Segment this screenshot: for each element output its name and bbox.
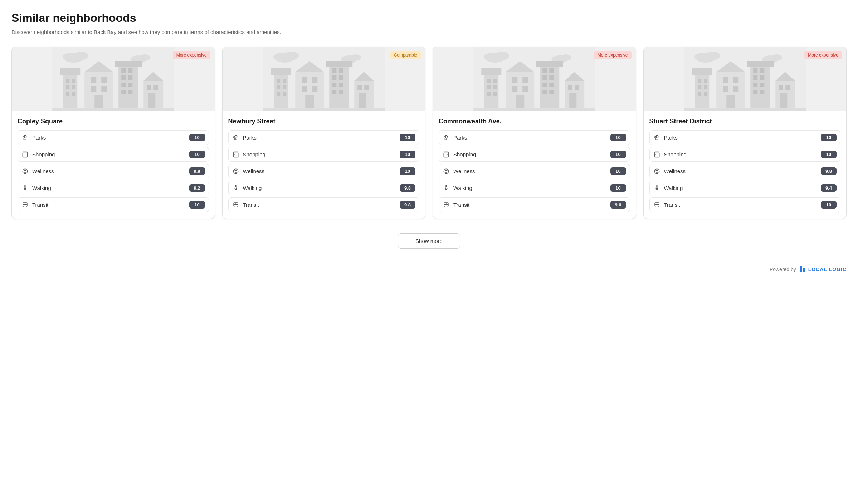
amenity-score-copley-square-parks: 10 <box>189 134 205 141</box>
amenity-label-copley-square-walking: Walking <box>32 185 189 191</box>
amenity-row-stuart-street-district-shopping: Shopping10 <box>649 147 841 162</box>
amenity-row-newbury-street-wellness: Wellness10 <box>228 164 420 178</box>
card-image-newbury-street: Comparable <box>223 47 425 111</box>
svg-point-79 <box>560 54 571 61</box>
svg-rect-135 <box>760 68 764 73</box>
svg-rect-130 <box>733 86 738 92</box>
amenity-row-stuart-street-district-parks: Parks10 <box>649 130 841 145</box>
card-copley-square[interactable]: More expensiveCopley SquareParks10Shoppi… <box>11 47 215 219</box>
svg-rect-138 <box>753 83 757 87</box>
amenity-row-copley-square-wellness: Wellness9.8 <box>18 164 209 178</box>
amenity-label-copley-square-shopping: Shopping <box>32 151 189 157</box>
svg-rect-62 <box>332 75 336 80</box>
svg-rect-59 <box>326 61 352 67</box>
transit-icon <box>653 201 660 209</box>
svg-rect-36 <box>52 108 174 111</box>
svg-rect-24 <box>128 68 132 73</box>
amenity-label-commonwealth-ave-parks: Parks <box>453 134 610 141</box>
card-name-stuart-street-district: Stuart Street District <box>649 118 841 125</box>
svg-rect-22 <box>115 61 142 67</box>
svg-rect-124 <box>704 92 707 96</box>
svg-rect-139 <box>760 83 764 87</box>
svg-rect-101 <box>542 83 547 87</box>
card-stuart-street-district[interactable]: More expensiveStuart Street DistrictPark… <box>643 47 847 219</box>
svg-rect-56 <box>312 86 317 92</box>
amenity-row-commonwealth-ave-shopping: Shopping10 <box>439 147 630 162</box>
svg-rect-91 <box>522 77 528 83</box>
amenity-score-newbury-street-wellness: 10 <box>400 167 415 175</box>
svg-rect-141 <box>760 90 764 94</box>
svg-rect-86 <box>487 92 491 96</box>
amenity-score-copley-square-walking: 9.2 <box>189 184 205 192</box>
walking-icon <box>653 185 660 192</box>
amenity-row-stuart-street-district-walking: Walking9.4 <box>649 181 841 195</box>
svg-rect-9 <box>72 79 75 83</box>
svg-rect-19 <box>101 86 107 92</box>
amenity-score-newbury-street-shopping: 10 <box>400 151 415 158</box>
svg-rect-84 <box>487 85 491 89</box>
svg-rect-133 <box>747 61 774 67</box>
amenity-score-commonwealth-ave-parks: 10 <box>610 134 626 141</box>
amenity-label-commonwealth-ave-shopping: Shopping <box>453 151 610 157</box>
card-commonwealth-ave[interactable]: More expensiveCommonwealth Ave.Parks10Sh… <box>433 47 636 219</box>
wellness-icon <box>232 168 239 175</box>
svg-rect-102 <box>549 83 554 87</box>
card-image-commonwealth-ave: More expensive <box>433 47 636 111</box>
shopping-icon <box>443 151 450 158</box>
svg-rect-147 <box>684 108 806 111</box>
amenity-score-stuart-street-district-transit: 10 <box>821 201 837 209</box>
card-name-newbury-street: Newbury Street <box>228 118 420 125</box>
svg-rect-81 <box>481 68 501 75</box>
svg-rect-110 <box>473 108 595 111</box>
svg-rect-34 <box>153 85 158 90</box>
svg-rect-99 <box>542 75 547 80</box>
amenity-row-copley-square-parks: Parks10 <box>18 130 209 145</box>
svg-point-40 <box>273 53 285 60</box>
svg-point-77 <box>484 53 495 60</box>
shopping-icon <box>232 151 239 158</box>
show-more-button[interactable]: Show more <box>398 233 460 249</box>
amenity-label-commonwealth-ave-walking: Walking <box>453 185 610 191</box>
svg-rect-136 <box>753 75 757 80</box>
svg-rect-25 <box>121 75 126 80</box>
svg-rect-63 <box>339 75 343 80</box>
amenity-label-newbury-street-parks: Parks <box>243 134 400 141</box>
svg-rect-53 <box>302 77 307 83</box>
amenity-score-commonwealth-ave-walking: 10 <box>610 184 626 192</box>
powered-by-label: Powered by <box>770 266 796 272</box>
amenity-label-stuart-street-district-wellness: Wellness <box>664 168 821 174</box>
svg-rect-44 <box>271 68 291 75</box>
card-image-copley-square: More expensive <box>12 47 215 111</box>
svg-point-39 <box>284 52 299 60</box>
svg-rect-45 <box>277 79 280 83</box>
shopping-icon <box>21 151 29 158</box>
svg-rect-121 <box>698 85 701 89</box>
svg-rect-28 <box>128 83 132 87</box>
card-body-copley-square: Copley SquareParks10Shopping10Wellness9.… <box>12 111 215 219</box>
svg-point-114 <box>694 53 706 60</box>
svg-rect-50 <box>283 92 286 96</box>
transit-icon <box>21 201 29 209</box>
amenity-row-newbury-street-transit: Transit9.8 <box>228 197 420 212</box>
local-logic-logo: LOCAL LOGIC <box>799 266 847 273</box>
amenity-score-stuart-street-district-parks: 10 <box>821 134 837 141</box>
show-more-container: Show more <box>11 233 847 249</box>
svg-rect-87 <box>493 92 497 96</box>
parks-icon <box>232 134 239 141</box>
amenity-row-copley-square-transit: Transit10 <box>18 197 209 212</box>
svg-rect-23 <box>121 68 126 73</box>
svg-rect-85 <box>493 85 497 89</box>
amenity-label-copley-square-transit: Transit <box>32 202 189 208</box>
svg-rect-122 <box>704 85 707 89</box>
svg-rect-54 <box>312 77 317 83</box>
amenity-label-newbury-street-transit: Transit <box>243 202 400 208</box>
card-image-stuart-street-district: More expensive <box>644 47 847 111</box>
amenity-score-stuart-street-district-wellness: 9.8 <box>821 167 837 175</box>
page-title: Similar neighborhoods <box>11 11 847 25</box>
svg-rect-83 <box>493 79 497 83</box>
svg-rect-61 <box>339 68 343 73</box>
amenity-row-copley-square-shopping: Shopping10 <box>18 147 209 162</box>
amenity-score-commonwealth-ave-shopping: 10 <box>610 151 626 158</box>
card-body-newbury-street: Newbury StreetParks10Shopping10Wellness1… <box>223 111 425 219</box>
card-newbury-street[interactable]: ComparableNewbury StreetParks10Shopping1… <box>222 47 426 219</box>
